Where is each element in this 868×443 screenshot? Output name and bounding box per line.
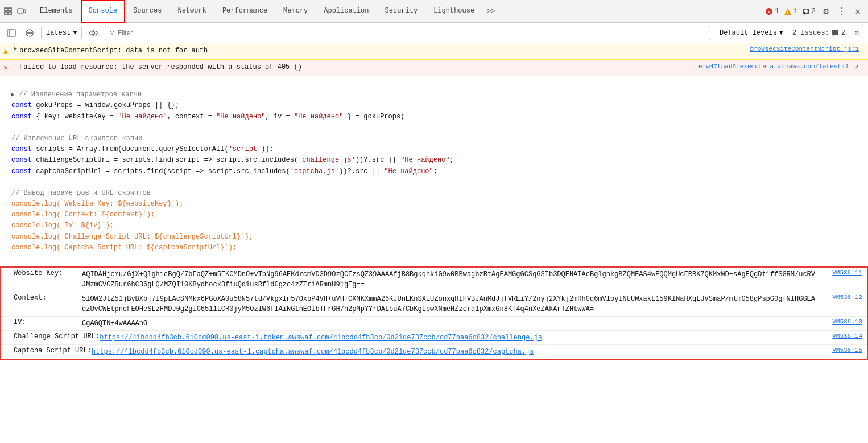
svg-rect-3 xyxy=(9,12,11,15)
expand-warning-icon[interactable]: ▶ xyxy=(11,45,19,52)
cs-value: https://41bcdd4fb3cb.610cd090.us-east-1.… xyxy=(100,333,817,343)
filter-icon: ▽ xyxy=(110,28,114,37)
svg-rect-4 xyxy=(18,9,23,13)
error-icon: ✕ xyxy=(0,61,11,74)
cap-source[interactable]: VM536:15 xyxy=(817,347,862,354)
tab-sources[interactable]: Sources xyxy=(125,0,170,23)
warning-icon: ▲ xyxy=(0,45,11,58)
tab-memory[interactable]: Memory xyxy=(275,0,316,23)
output-captcha-url: Captcha Script URL: https://41bcdd4fb3cb… xyxy=(1,345,867,359)
output-iv: IV: CgAGQTN+4wAAAAnO VM536:13 xyxy=(1,317,867,331)
svg-text:!: ! xyxy=(786,10,789,15)
filter-input[interactable] xyxy=(118,29,705,37)
cap-label: Captcha Script URL: xyxy=(14,347,92,355)
clear-console-button[interactable] xyxy=(23,26,36,40)
warn-count-badge[interactable]: ! 1 xyxy=(784,7,797,15)
eye-icon[interactable] xyxy=(86,26,100,40)
msg-count-badge[interactable]: 💬 2 xyxy=(802,7,816,15)
challenge-link[interactable]: https://41bcdd4fb3cb.610cd090.us-east-1.… xyxy=(100,334,542,342)
sidebar-toggle-button[interactable] xyxy=(5,26,18,40)
tab-performance[interactable]: Performance xyxy=(214,0,275,23)
chevron-down-icon: ▼ xyxy=(73,29,77,37)
svg-point-18 xyxy=(92,31,95,34)
warning-message: browsecSiteContentScript: data is not fo… xyxy=(19,45,743,56)
context-dropdown[interactable]: latest ▼ xyxy=(41,26,82,40)
tab-console[interactable]: Console xyxy=(81,0,125,23)
tab-elements[interactable]: Elements xyxy=(32,0,81,23)
filter-bar: ▽ xyxy=(105,26,710,40)
svg-marker-20 xyxy=(833,35,834,36)
settings-icon[interactable]: ⚙ xyxy=(820,6,832,17)
output-challenge-url: Challenge Script URL: https://41bcdd4fb3… xyxy=(1,331,867,345)
code-expand-icon[interactable]: ▶ xyxy=(11,92,15,98)
output-block: Website Key: AQIDAHjcYu/GjX+QlghicBgQ/7b… xyxy=(0,266,868,360)
iv-value: CgAGQTN+4wAAAAnO xyxy=(82,318,817,329)
tab-security[interactable]: Security xyxy=(377,0,426,23)
output-context: Context: 5lOW2JtZ51jByBXbj7I9pLAcSNMkx6P… xyxy=(1,292,867,317)
more-options-icon[interactable]: ⋮ xyxy=(836,6,848,17)
iv-label: IV: xyxy=(14,318,82,326)
svg-text:💬: 💬 xyxy=(803,9,808,14)
svg-rect-0 xyxy=(5,8,7,11)
tab-network[interactable]: Network xyxy=(170,0,214,23)
code-block: ▶ // Извлечение параметров капчи const g… xyxy=(0,76,868,266)
svg-rect-13 xyxy=(7,30,15,36)
wk-source[interactable]: VM536:11 xyxy=(817,269,862,276)
device-icon[interactable] xyxy=(16,6,27,17)
tab-application[interactable]: Application xyxy=(316,0,377,23)
warning-source-link[interactable]: browsecSiteContentScript.js:1 xyxy=(743,45,863,53)
ctx-label: Context: xyxy=(14,294,82,302)
levels-dropdown[interactable]: Default levels ▼ xyxy=(715,28,788,38)
iv-source[interactable]: VM536:13 xyxy=(817,318,862,325)
error-source-link[interactable]: efw47fpad9.execute-a…zonaws.com/latest:1… xyxy=(692,61,863,71)
cap-value: https://41bcdd4fb3cb.610cd090.us-east-1.… xyxy=(92,347,817,357)
close-icon[interactable]: ✕ xyxy=(852,6,863,17)
inspect-icon[interactable] xyxy=(2,6,14,17)
captcha-link[interactable]: https://41bcdd4fb3cb.610cd090.us-east-1.… xyxy=(92,348,534,356)
output-website-key: Website Key: AQIDAHjcYu/GjX+QlghicBgQ/7b… xyxy=(1,268,867,292)
ctx-source[interactable]: VM536:12 xyxy=(817,294,862,301)
devtools-tabbar: Elements Console Sources Network Perform… xyxy=(0,0,868,23)
console-settings-icon[interactable]: ⚙ xyxy=(850,26,863,40)
error-row[interactable]: ✕ Failed to load resource: the server re… xyxy=(0,60,868,76)
issues-button[interactable]: 2 Issues: 2 xyxy=(792,29,845,37)
console-content: ▲ ▶ browsecSiteContentScript: data is no… xyxy=(0,43,868,443)
svg-text:✕: ✕ xyxy=(768,10,771,15)
error-count-badge[interactable]: ✕ 1 xyxy=(765,7,779,15)
console-toolbar: latest ▼ ▽ Default levels ▼ 2 Issues: 2 … xyxy=(0,23,868,43)
warning-row[interactable]: ▲ ▶ browsecSiteContentScript: data is no… xyxy=(0,43,868,60)
error-message: Failed to load resource: the server resp… xyxy=(19,61,692,72)
ctx-value: 5lOW2JtZ51jByBXbj7I9pLAcSNMkx6PGoXA0u58N… xyxy=(82,294,817,314)
svg-rect-19 xyxy=(832,30,838,35)
levels-chevron-icon: ▼ xyxy=(779,29,783,37)
svg-rect-2 xyxy=(5,12,7,15)
svg-rect-1 xyxy=(9,8,11,11)
wk-value: AQIDAHjcYu/GjX+QlghicBgQ/7bFaQZ+m5FKCMDn… xyxy=(82,269,817,290)
more-tabs-icon[interactable]: >> xyxy=(482,7,499,15)
svg-marker-11 xyxy=(804,14,805,15)
wk-label: Website Key: xyxy=(14,269,82,277)
tab-lighthouse[interactable]: Lighthouse xyxy=(425,0,482,23)
cs-source[interactable]: VM536:14 xyxy=(817,333,862,339)
cs-label: Challenge Script URL: xyxy=(14,333,100,341)
svg-rect-5 xyxy=(24,10,26,13)
